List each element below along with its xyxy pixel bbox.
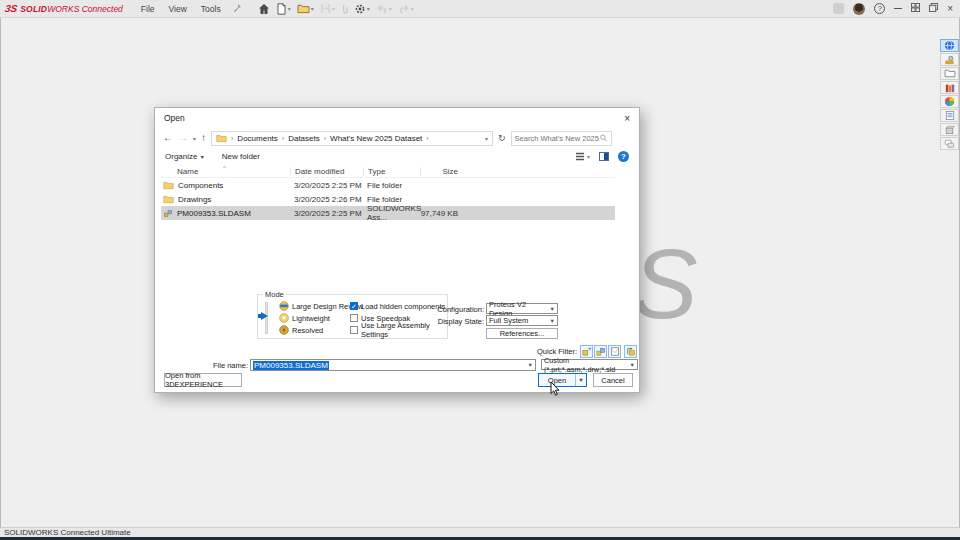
breadcrumb-separator: ›: [425, 135, 429, 142]
resolved-icon: [279, 325, 289, 335]
mouse-cursor: [550, 381, 561, 401]
redo-button: ▾: [396, 3, 416, 15]
app-window: 3S SOLIDWORKS Connected File View Tools …: [0, 0, 960, 540]
file-row-components[interactable]: Components 3/20/2025 2:25 PM File folder: [161, 178, 615, 192]
configuration-dropdown[interactable]: Proteus V2 Design▼: [486, 303, 558, 314]
lightweight-icon: [279, 313, 289, 323]
custom-properties-tab-icon[interactable]: [940, 109, 959, 122]
display-state-dropdown[interactable]: Full System▼: [486, 315, 558, 326]
options-caret-icon[interactable]: ▾: [367, 5, 370, 12]
user-avatar[interactable]: [853, 3, 865, 15]
resources-tab-icon[interactable]: [940, 53, 959, 66]
folder-icon: [163, 181, 174, 190]
title-bar: 3S SOLIDWORKS Connected File View Tools …: [0, 0, 960, 18]
recent-locations-icon[interactable]: ▾: [193, 135, 196, 142]
pin-menu-icon[interactable]: [233, 3, 242, 15]
dialog-help-icon[interactable]: ?: [618, 151, 629, 162]
breadcrumb-datasets[interactable]: Datasets: [288, 134, 320, 143]
file-explorer-tab-icon[interactable]: [940, 67, 959, 80]
file-name-value-selected: PM009353.SLDASM: [253, 361, 329, 370]
pallet-tab-icon[interactable]: [940, 123, 959, 136]
3ds-logo-icon: 3S: [4, 3, 18, 14]
column-header-type[interactable]: Type: [363, 167, 420, 176]
file-name-input[interactable]: PM009353.SLDASM ▼: [250, 359, 536, 371]
undo-button: ▾: [374, 3, 394, 15]
dialog-close-icon[interactable]: ×: [624, 113, 630, 124]
back-button[interactable]: ←: [163, 133, 173, 143]
restore-button[interactable]: [929, 3, 938, 14]
checkbox-unchecked-icon[interactable]: [350, 326, 358, 334]
comments-tab-icon[interactable]: [940, 137, 959, 150]
display-state-label: Display State:: [404, 317, 484, 326]
open-button-toolbar[interactable]: ▾: [295, 2, 316, 15]
help-icon[interactable]: ?: [874, 3, 885, 14]
folder-location-icon: [216, 134, 227, 143]
organize-button[interactable]: Organize ▾: [165, 152, 204, 161]
tile-windows-icon[interactable]: [911, 3, 920, 14]
3dexperience-tab-icon[interactable]: [940, 39, 959, 52]
attachment-icon: [339, 2, 350, 16]
taskpane-toggle-icon[interactable]: [833, 3, 844, 14]
appearances-tab-icon[interactable]: [940, 95, 959, 108]
folder-icon: [163, 195, 174, 204]
solidworks-logo: 3S SOLIDWORKS Connected: [5, 3, 123, 14]
up-button[interactable]: ↑: [201, 133, 206, 143]
forward-button: →: [178, 133, 188, 143]
dialog-title-bar[interactable]: Open ×: [155, 108, 639, 128]
open-dropdown-icon[interactable]: ▼: [575, 374, 586, 386]
assembly-file-icon: [163, 209, 173, 218]
menu-file[interactable]: File: [141, 4, 155, 14]
cancel-button[interactable]: Cancel: [593, 373, 633, 387]
home-button[interactable]: [256, 2, 272, 16]
design-library-tab-icon[interactable]: [940, 81, 959, 94]
checkbox-unchecked-icon[interactable]: [350, 314, 358, 322]
references-button[interactable]: References...: [486, 328, 558, 339]
search-input[interactable]: [515, 134, 601, 143]
open-split-button: Open ▼: [538, 373, 587, 387]
column-header-date-modified[interactable]: Date modified: [290, 167, 363, 176]
search-icon: [600, 134, 607, 142]
redo-caret-icon: ▾: [411, 5, 414, 12]
close-window-button[interactable]: ×: [947, 4, 953, 14]
large-design-review-icon: [279, 301, 289, 311]
window-controls: ? ×: [833, 3, 953, 15]
options-gear-button[interactable]: ▾: [352, 2, 372, 16]
menu-view[interactable]: View: [169, 4, 187, 14]
menu-bar: File View Tools: [141, 4, 221, 14]
minimize-button[interactable]: [894, 8, 902, 9]
column-header-size[interactable]: Size: [420, 167, 461, 176]
file-type-dropdown[interactable]: Custom (*.prt;*.asm;*.drw;*.sld▼: [541, 359, 638, 370]
organize-caret-icon: ▾: [201, 154, 204, 160]
file-row-pm009353-selected[interactable]: PM009353.SLDASM 3/20/2025 2:25 PM SOLIDW…: [161, 206, 615, 220]
open-caret-icon[interactable]: ▾: [311, 5, 314, 12]
address-dropdown-icon[interactable]: ▾: [485, 135, 488, 142]
address-bar[interactable]: › Documents › Datasets › What's New 2025…: [211, 131, 493, 146]
file-name-caret-icon[interactable]: ▼: [528, 362, 533, 368]
new-document-caret-icon[interactable]: ▾: [288, 5, 291, 12]
checkbox-checked-icon[interactable]: ✓: [350, 302, 358, 310]
new-folder-button[interactable]: New folder: [222, 152, 260, 161]
mode-group-label: Mode: [263, 290, 286, 299]
refresh-icon[interactable]: ↻: [498, 133, 506, 143]
change-view-button[interactable]: ▾: [575, 152, 590, 161]
status-bar: SOLIDWORKS Connected Ultimate: [0, 527, 960, 537]
main-toolbar: ▾ ▾ ▾ ▾ ▾ ▾: [256, 2, 416, 16]
search-box[interactable]: [511, 131, 612, 146]
dropdown-caret-icon: ▼: [550, 318, 555, 324]
dialog-nav-bar: ← → ▾ ↑ › Documents › Datasets › What's …: [155, 128, 639, 148]
new-document-button[interactable]: ▾: [274, 2, 293, 16]
column-header-name[interactable]: ^Name: [161, 167, 290, 176]
breadcrumb-documents[interactable]: Documents: [237, 134, 277, 143]
configuration-label: Configuration:: [404, 305, 484, 314]
dialog-command-bar: Organize ▾ New folder ▾ ?: [155, 148, 639, 165]
column-headers: ^Name Date modified Type Size: [161, 165, 615, 178]
open-from-3dexperience-button[interactable]: Open from 3DEXPERIENCE: [164, 373, 242, 387]
menu-tools[interactable]: Tools: [201, 4, 221, 14]
save-button: ▾: [318, 2, 337, 15]
breadcrumb-separator: ›: [323, 135, 327, 142]
mode-slider-thumb[interactable]: [261, 312, 268, 320]
breadcrumb-separator: ›: [230, 135, 234, 142]
breadcrumb-whats-new-2025[interactable]: What's New 2025 Dataset: [330, 134, 422, 143]
task-pane: [940, 39, 959, 150]
preview-pane-icon[interactable]: [599, 152, 609, 161]
